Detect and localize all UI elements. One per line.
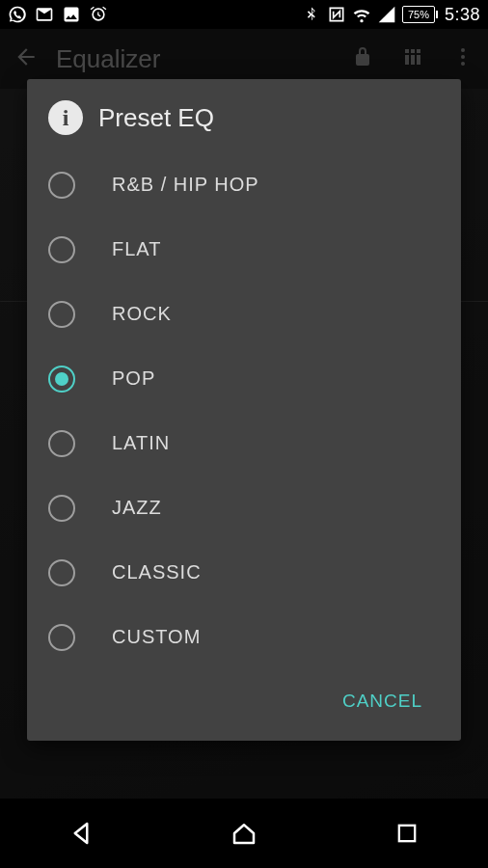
preset-option-label: LATIN (112, 432, 170, 454)
preset-option-label: CLASSIC (112, 561, 202, 583)
preset-option-label: R&B / HIP HOP (112, 174, 259, 196)
nfc-icon (327, 5, 346, 24)
image-icon (62, 5, 81, 24)
preset-option-label: ROCK (112, 303, 172, 325)
nav-home-button[interactable] (225, 814, 263, 853)
battery-percent: 75% (408, 9, 429, 20)
preset-eq-dialog: i Preset EQ R&B / HIP HOPFLATROCKPOPLATI… (27, 79, 461, 741)
preset-option[interactable]: FLAT (48, 217, 440, 282)
whatsapp-icon (8, 5, 27, 24)
preset-option[interactable]: CUSTOM (48, 605, 440, 669)
preset-option-label: POP (112, 367, 155, 390)
radio-icon (48, 366, 75, 393)
info-icon: i (48, 100, 83, 135)
svg-rect-3 (398, 826, 414, 841)
preset-option[interactable]: LATIN (48, 411, 440, 475)
nav-back-button[interactable] (62, 814, 100, 853)
wifi-icon (352, 5, 371, 24)
radio-icon (48, 301, 75, 328)
battery-indicator: 75% (402, 6, 435, 23)
radio-icon (48, 430, 75, 457)
preset-option-label: FLAT (112, 238, 161, 260)
dialog-title: Preset EQ (98, 103, 214, 133)
signal-icon (377, 5, 396, 24)
radio-icon (48, 495, 75, 522)
radio-icon (48, 236, 75, 263)
alarm-icon (89, 5, 108, 24)
bluetooth-icon (302, 5, 321, 24)
gmail-icon (35, 5, 54, 24)
clock: 5:38 (445, 5, 480, 25)
preset-option[interactable]: R&B / HIP HOP (48, 152, 440, 217)
preset-option[interactable]: CLASSIC (48, 540, 440, 605)
nav-recent-button[interactable] (388, 814, 426, 853)
preset-option-label: CUSTOM (112, 626, 201, 648)
cancel-button[interactable]: CANCEL (333, 683, 432, 719)
preset-option[interactable]: JAZZ (48, 475, 440, 540)
preset-option[interactable]: POP (48, 346, 440, 411)
preset-options-list: R&B / HIP HOPFLATROCKPOPLATINJAZZCLASSIC… (48, 152, 440, 669)
radio-icon (48, 559, 75, 586)
preset-option-label: JAZZ (112, 497, 162, 519)
radio-icon (48, 624, 75, 651)
preset-option[interactable]: ROCK (48, 282, 440, 346)
radio-icon (48, 172, 75, 199)
navigation-bar (0, 799, 488, 868)
status-bar: 75% 5:38 (0, 0, 488, 29)
